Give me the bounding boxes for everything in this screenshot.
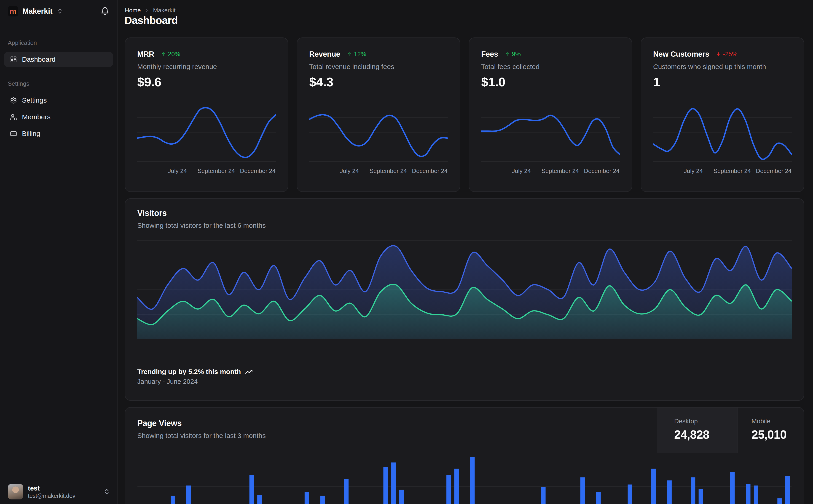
visitors-card: Visitors Showing total visitors for the … xyxy=(125,198,804,401)
stat-value: $9.6 xyxy=(137,74,276,89)
toggle-desktop[interactable]: Desktop 24,828 xyxy=(657,408,737,453)
stat-delta: -25% xyxy=(716,51,738,58)
stat-title: New Customers xyxy=(653,50,709,58)
stat-description: Total fees collected xyxy=(481,63,620,71)
stat-value: 1 xyxy=(653,74,792,89)
visitors-date-range: January - June 2024 xyxy=(137,378,792,385)
sidebar-item-label: Settings xyxy=(22,96,47,104)
fees-sparkline-chart xyxy=(481,102,620,163)
main-content: Home Makerkit Dashboard MRR 20% Monthly … xyxy=(117,0,813,504)
revenue-sparkline-chart xyxy=(309,102,448,163)
chevron-right-icon xyxy=(144,8,149,13)
sidebar-item-billing[interactable]: Billing xyxy=(4,126,113,141)
arrow-up-icon xyxy=(347,51,352,57)
toggle-mobile[interactable]: Mobile 25,010 xyxy=(737,408,804,453)
dashboard-icon xyxy=(10,56,17,63)
spark-x-axis: July 24 September 24 December 24 xyxy=(653,167,792,177)
stat-delta: 9% xyxy=(504,51,521,58)
sidebar-item-label: Dashboard xyxy=(22,56,56,63)
chevrons-up-down-icon xyxy=(103,488,110,495)
workspace-name: Makerkit xyxy=(22,7,53,16)
page-views-subtitle: Showing total visitors for the last 3 mo… xyxy=(137,432,657,440)
sidebar-item-settings[interactable]: Settings xyxy=(4,93,113,108)
stat-delta: 12% xyxy=(347,51,366,58)
page-title: Dashboard xyxy=(124,14,178,27)
makerkit-logo: m xyxy=(8,6,18,16)
nav-section-label-settings: Settings xyxy=(8,80,113,87)
stat-title: Revenue xyxy=(309,50,340,58)
spark-x-axis: July 24 September 24 December 24 xyxy=(137,167,276,177)
settings-icon xyxy=(10,97,17,104)
stat-description: Customers who signed up this month xyxy=(653,63,792,71)
visitors-subtitle: Showing total visitors for the last 6 mo… xyxy=(137,222,792,229)
breadcrumb: Home Makerkit xyxy=(125,7,175,14)
user-menu[interactable]: test test@makerkit.dev xyxy=(8,484,110,499)
stat-description: Monthly recurring revenue xyxy=(137,63,276,71)
arrow-up-icon xyxy=(160,51,166,57)
new-customers-sparkline-chart xyxy=(653,102,792,163)
visitors-area-chart xyxy=(137,240,792,339)
page-views-card: Page Views Showing total visitors for th… xyxy=(125,407,804,504)
sidebar-item-dashboard[interactable]: Dashboard xyxy=(4,52,113,67)
visitors-title: Visitors xyxy=(137,208,792,218)
desktop-value: 24,828 xyxy=(674,428,737,441)
page-views-bar-chart xyxy=(137,453,792,504)
stat-title: Fees xyxy=(481,50,498,58)
mrr-sparkline-chart xyxy=(137,102,276,163)
stat-delta: 20% xyxy=(160,51,180,58)
stat-card-fees: Fees 9% Total fees collected $1.0 July 2… xyxy=(469,37,632,192)
stat-value: $1.0 xyxy=(481,74,620,89)
sidebar-item-label: Members xyxy=(22,113,50,121)
avatar xyxy=(8,484,23,499)
page-views-header: Page Views Showing total visitors for th… xyxy=(125,408,804,453)
user-name: test xyxy=(28,484,75,492)
members-icon xyxy=(10,114,17,120)
mobile-label: Mobile xyxy=(752,418,804,425)
page-views-title: Page Views xyxy=(137,419,657,428)
stat-card-mrr: MRR 20% Monthly recurring revenue $9.6 J… xyxy=(125,37,288,192)
user-email: test@makerkit.dev xyxy=(28,492,75,499)
sidebar-item-label: Billing xyxy=(22,130,40,138)
trending-up-icon xyxy=(245,368,253,376)
arrow-up-icon xyxy=(504,51,510,57)
bell-icon[interactable] xyxy=(101,7,109,16)
visitors-footer: Trending up by 5.2% this month xyxy=(137,368,792,376)
desktop-label: Desktop xyxy=(674,418,737,425)
workspace-switcher[interactable]: m Makerkit xyxy=(0,0,117,16)
mobile-value: 25,010 xyxy=(752,428,804,441)
spark-x-axis: July 24 September 24 December 24 xyxy=(481,167,620,177)
stat-value: $4.3 xyxy=(309,74,448,89)
sidebar: m Makerkit Application Dashboard Setting… xyxy=(0,0,117,504)
spark-x-axis: July 24 September 24 December 24 xyxy=(309,167,448,177)
stat-description: Total revenue including fees xyxy=(309,63,448,71)
sidebar-nav: Application Dashboard Settings Settings … xyxy=(0,39,117,141)
chevrons-up-down-icon xyxy=(57,8,63,14)
stat-card-revenue: Revenue 12% Total revenue including fees… xyxy=(297,37,460,192)
nav-section-label-application: Application xyxy=(8,39,113,46)
billing-icon xyxy=(10,130,17,137)
sidebar-item-members[interactable]: Members xyxy=(4,109,113,125)
stat-cards-row: MRR 20% Monthly recurring revenue $9.6 J… xyxy=(125,37,804,192)
stat-title: MRR xyxy=(137,50,154,58)
breadcrumb-home[interactable]: Home xyxy=(125,7,141,14)
arrow-down-icon xyxy=(716,51,721,57)
breadcrumb-current: Makerkit xyxy=(153,7,175,14)
stat-card-new-customers: New Customers -25% Customers who signed … xyxy=(641,37,804,192)
